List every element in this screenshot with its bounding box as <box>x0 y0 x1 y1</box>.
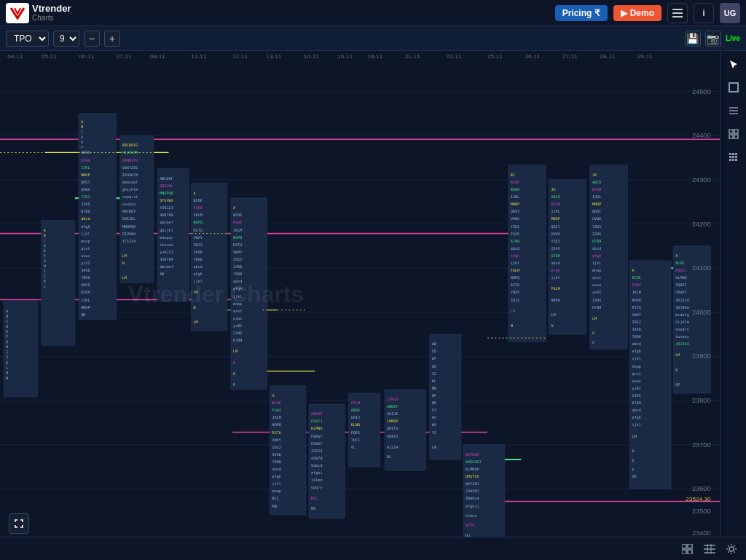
svg-text:nopqrst: nopqrst <box>122 194 138 200</box>
svg-text:mnop: mnop <box>81 239 90 244</box>
svg-text:ijkl: ijkl <box>551 275 560 280</box>
sidebar-icon-grid4[interactable] <box>725 125 742 143</box>
svg-text:FGLM: FGLM <box>511 268 519 272</box>
tpo-select[interactable]: TPO <box>6 31 49 47</box>
svg-text:QRST: QRST <box>81 180 90 184</box>
user-avatar[interactable]: UG <box>720 3 740 23</box>
svg-rect-385 <box>729 135 733 138</box>
svg-text:19-11: 19-11 <box>367 53 382 60</box>
header: Vtrender Charts Pricing ₹ ▶ Demo i UG <box>0 0 746 26</box>
svg-text:N: N <box>632 449 635 453</box>
sidebar-icon-grid-detail[interactable] <box>725 149 742 166</box>
svg-text:N: N <box>511 323 513 328</box>
svg-text:opqrs: opqrs <box>311 485 322 490</box>
svg-text:MN: MN <box>272 504 277 508</box>
svg-text:BCDE: BCDE <box>675 261 684 265</box>
svg-text:23500: 23500 <box>692 508 711 515</box>
svg-text:2345: 2345 <box>592 232 601 236</box>
menu-icon-button[interactable] <box>667 3 688 23</box>
svg-text:UVWX: UVWX <box>81 187 90 192</box>
svg-text:C: C <box>6 319 8 323</box>
sidebar-icon-square[interactable] <box>725 79 742 96</box>
save-button[interactable]: 💾 <box>685 31 701 47</box>
svg-text:hijklm: hijklm <box>675 320 689 325</box>
svg-text:efghi: efghi <box>311 470 322 476</box>
sidebar-icon-cursor[interactable] <box>725 55 742 73</box>
svg-text:2345: 2345 <box>511 232 519 236</box>
svg-text:08-11: 08-11 <box>150 53 165 60</box>
svg-rect-379 <box>729 83 738 92</box>
fullscreen-button[interactable] <box>9 513 29 534</box>
plus-button[interactable]: + <box>104 31 120 47</box>
right-sidebar <box>720 51 746 537</box>
svg-text:6789: 6789 <box>511 239 519 243</box>
svg-text:IJKL: IJKL <box>551 209 560 213</box>
svg-text:A: A <box>194 191 196 195</box>
svg-rect-389 <box>735 153 737 155</box>
demo-button[interactable]: ▶ Demo <box>613 5 661 21</box>
svg-text:QRSTUV: QRSTUV <box>466 474 479 478</box>
minus-button[interactable]: − <box>84 31 100 47</box>
svg-text:RSTU: RSTU <box>194 228 203 232</box>
sidebar-icon-lines[interactable] <box>725 102 742 119</box>
svg-rect-393 <box>729 159 731 161</box>
svg-text:EFGH: EFGH <box>592 187 601 192</box>
svg-rect-398 <box>682 550 686 554</box>
svg-text:D: D <box>6 324 8 328</box>
info-icon: i <box>702 7 705 18</box>
svg-text:GH: GH <box>432 364 436 368</box>
svg-text:YZ: YZ <box>432 430 436 435</box>
svg-text:YZ01: YZ01 <box>81 194 90 199</box>
svg-text:mnop: mnop <box>592 268 601 273</box>
svg-rect-44 <box>4 301 37 397</box>
svg-text:C: C <box>44 238 46 242</box>
info-icon-button[interactable]: i <box>694 3 714 23</box>
toolbar-right: 💾 📷 Live <box>685 31 740 47</box>
bottom-grid-icon[interactable] <box>679 540 696 558</box>
svg-text:B: B <box>44 233 46 237</box>
svg-text:26-11: 26-11 <box>525 53 540 60</box>
svg-text:EFGH: EFGH <box>551 202 560 206</box>
svg-text:24200: 24200 <box>692 221 711 228</box>
svg-text:MNOPQR: MNOPQR <box>122 224 136 229</box>
pricing-button[interactable]: Pricing ₹ <box>555 5 608 21</box>
svg-text:abcd: abcd <box>632 342 641 346</box>
svg-text:efgh: efgh <box>272 474 281 479</box>
svg-text:QR: QR <box>632 474 637 478</box>
svg-rect-386 <box>734 135 738 138</box>
svg-text:jklmn: jklmn <box>311 478 322 483</box>
svg-text:Z012: Z012 <box>194 242 203 247</box>
youtube-icon: ▶ <box>621 8 627 18</box>
svg-text:QR: QR <box>432 401 437 405</box>
svg-text:ST: ST <box>432 408 436 412</box>
svg-text:efgh: efgh <box>81 224 90 229</box>
svg-text:YZ01: YZ01 <box>592 224 601 229</box>
svg-text:efgh: efgh <box>194 272 203 277</box>
menu-icon <box>672 9 683 17</box>
svg-text:A: A <box>6 309 8 313</box>
svg-text:NOPQ: NOPQ <box>511 275 519 280</box>
svg-text:N: N <box>6 376 8 380</box>
fullscreen-icon <box>14 518 24 529</box>
svg-text:11-11: 11-11 <box>191 53 206 60</box>
svg-text:3456: 3456 <box>632 327 641 331</box>
svg-text:yz12: yz12 <box>81 261 90 266</box>
svg-text:04-11: 04-11 <box>7 53 23 60</box>
camera-button[interactable]: 📷 <box>705 31 721 47</box>
svg-text:ijkl: ijkl <box>194 279 203 284</box>
bottom-table-icon[interactable] <box>701 540 718 558</box>
svg-text:ijkl: ijkl <box>632 422 641 427</box>
svg-text:IJ: IJ <box>432 371 436 376</box>
svg-text:VWXY: VWXY <box>194 235 203 240</box>
bottom-settings-icon[interactable] <box>723 540 740 558</box>
svg-text:NOPQ: NOPQ <box>551 298 560 302</box>
svg-text:P: P <box>632 468 635 472</box>
svg-text:Z0123: Z0123 <box>311 449 322 453</box>
chart-area[interactable]: Vtrender Charts 04-11 05-11 06-11 07-11 … <box>0 51 720 537</box>
interval-select[interactable]: 9 <box>53 31 79 47</box>
svg-text:KLMNO: KLMNO <box>311 427 322 431</box>
svg-text:H: H <box>44 264 46 268</box>
svg-text:YZ0123: YZ0123 <box>160 205 173 210</box>
svg-text:KLMNO: KLMNO <box>675 275 686 280</box>
svg-text:YZ1234: YZ1234 <box>122 239 136 243</box>
